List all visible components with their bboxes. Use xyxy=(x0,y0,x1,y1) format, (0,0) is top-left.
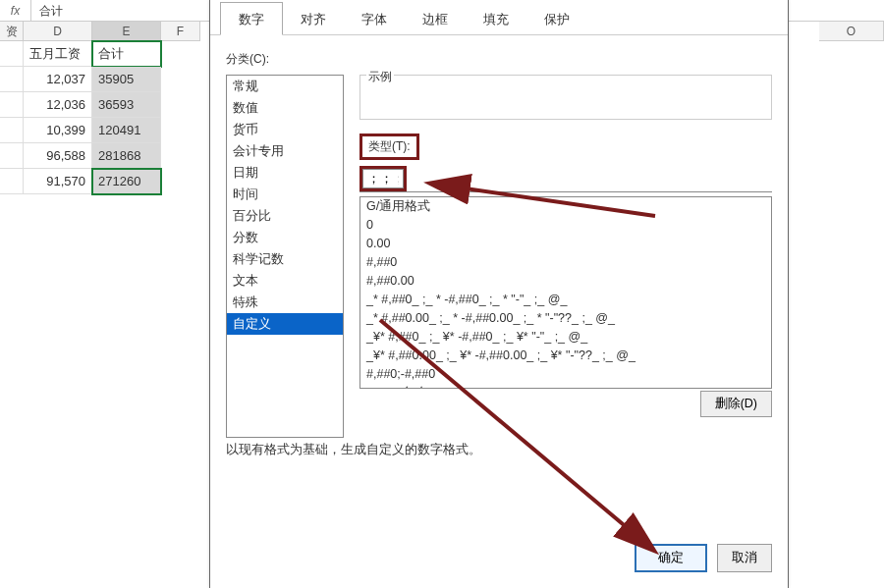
fmt-item[interactable]: 0 xyxy=(360,216,771,235)
header-partial xyxy=(0,41,24,67)
tab-number[interactable]: 数字 xyxy=(220,2,283,35)
format-list[interactable]: G/通用格式 0 0.00 #,##0 #,##0.00 _* #,##0_ ;… xyxy=(359,196,772,389)
cat-fraction[interactable]: 分数 xyxy=(227,227,343,248)
fmt-item[interactable]: #,##0;[红色]-#,##0 xyxy=(360,384,771,389)
col-header-e[interactable]: E xyxy=(92,22,161,41)
cell-e2[interactable]: 35905 xyxy=(92,67,161,92)
tab-fill[interactable]: 填充 xyxy=(466,3,526,34)
fmt-item[interactable]: _¥* #,##0.00_ ;_ ¥* -#,##0.00_ ;_ ¥* "-"… xyxy=(360,347,771,365)
format-cells-dialog: 数字 对齐 字体 边框 填充 保护 分类(C): 常规 数值 货币 会计专用 日… xyxy=(209,0,789,588)
cell-d5[interactable]: 96,588 xyxy=(24,143,92,169)
fx-label: fx xyxy=(0,0,31,21)
fmt-item[interactable]: _¥* #,##0_ ;_ ¥* -#,##0_ ;_ ¥* "-"_ ;_ @… xyxy=(360,328,771,347)
sample-box: 示例 xyxy=(359,75,772,120)
fmt-item[interactable]: _* #,##0.00_ ;_ * -#,##0.00_ ;_ * "-"??_… xyxy=(360,309,771,328)
delete-button[interactable]: 删除(D) xyxy=(700,391,772,417)
col-header-o[interactable]: O xyxy=(819,22,884,41)
col-header-f[interactable]: F xyxy=(161,22,200,41)
tab-protect[interactable]: 保护 xyxy=(526,3,587,34)
type-label: 类型(T): xyxy=(368,139,411,153)
tab-align[interactable]: 对齐 xyxy=(283,3,344,34)
ok-button[interactable]: 确定 xyxy=(635,544,707,572)
cat-general[interactable]: 常规 xyxy=(227,76,343,97)
cat-percentage[interactable]: 百分比 xyxy=(227,205,343,227)
cat-accounting[interactable]: 会计专用 xyxy=(227,140,343,162)
cell-d2[interactable]: 12,037 xyxy=(24,67,92,92)
dialog-tabs: 数字 对齐 字体 边框 填充 保护 xyxy=(210,0,788,35)
cell-d6[interactable]: 91,570 xyxy=(24,169,92,194)
cancel-button[interactable]: 取消 xyxy=(717,544,772,572)
col-header-partial[interactable]: 资 xyxy=(0,22,24,41)
cat-date[interactable]: 日期 xyxy=(227,162,343,184)
type-label-highlight: 类型(T): xyxy=(359,134,419,160)
dialog-body: 分类(C): 常规 数值 货币 会计专用 日期 时间 百分比 分数 科学记数 文… xyxy=(210,35,788,588)
cell-e6[interactable]: 271260 xyxy=(92,169,161,194)
cell-e4[interactable]: 120491 xyxy=(92,118,161,143)
cell-e3[interactable]: 36593 xyxy=(92,92,161,118)
hint-text: 以现有格式为基础，生成自定义的数字格式。 xyxy=(226,442,481,458)
fmt-item[interactable]: _* #,##0_ ;_ * -#,##0_ ;_ * "-"_ ;_ @_ xyxy=(360,291,771,309)
type-input[interactable] xyxy=(362,169,404,188)
cell-stub[interactable] xyxy=(0,169,24,194)
cell-stub[interactable] xyxy=(0,143,24,169)
cat-scientific[interactable]: 科学记数 xyxy=(227,248,343,270)
cat-number[interactable]: 数值 xyxy=(227,97,343,119)
fmt-item[interactable]: 0.00 xyxy=(360,235,771,253)
number-right-pane: 示例 类型(T): G/通用格式 0 0.00 #,##0 #,##0.00 _… xyxy=(359,75,772,389)
fmt-item[interactable]: #,##0;-#,##0 xyxy=(360,365,771,384)
col-header-d[interactable]: D xyxy=(24,22,92,41)
cell-e5[interactable]: 281868 xyxy=(92,143,161,169)
cat-time[interactable]: 时间 xyxy=(227,184,343,205)
cell-stub[interactable] xyxy=(0,118,24,143)
formula-value[interactable]: 合计 xyxy=(31,0,63,22)
cat-special[interactable]: 特殊 xyxy=(227,292,343,313)
fmt-item[interactable]: #,##0.00 xyxy=(360,272,771,291)
header-total[interactable]: 合计 xyxy=(92,41,161,67)
category-list[interactable]: 常规 数值 货币 会计专用 日期 时间 百分比 分数 科学记数 文本 特殊 自定… xyxy=(226,75,344,438)
sample-label: 示例 xyxy=(366,69,394,85)
cell-stub[interactable] xyxy=(0,92,24,118)
dialog-buttons: 确定 取消 xyxy=(635,544,772,572)
type-input-wrap xyxy=(359,164,772,192)
type-value-highlight xyxy=(359,166,407,191)
delete-button-wrap: 删除(D) xyxy=(700,391,772,417)
cat-text[interactable]: 文本 xyxy=(227,270,343,292)
category-label: 分类(C): xyxy=(226,51,772,68)
header-month-salary[interactable]: 五月工资 xyxy=(24,41,92,67)
tab-border[interactable]: 边框 xyxy=(405,3,466,34)
tab-font[interactable]: 字体 xyxy=(344,3,405,34)
fmt-item[interactable]: G/通用格式 xyxy=(360,197,771,216)
cat-currency[interactable]: 货币 xyxy=(227,119,343,140)
cell-stub[interactable] xyxy=(0,67,24,92)
cat-custom[interactable]: 自定义 xyxy=(227,313,343,335)
spreadsheet-grid: 五月工资 合计 12,037 35905 12,036 36593 10,399… xyxy=(0,41,161,194)
cell-d3[interactable]: 12,036 xyxy=(24,92,92,118)
fmt-item[interactable]: #,##0 xyxy=(360,253,771,272)
cell-d4[interactable]: 10,399 xyxy=(24,118,92,143)
